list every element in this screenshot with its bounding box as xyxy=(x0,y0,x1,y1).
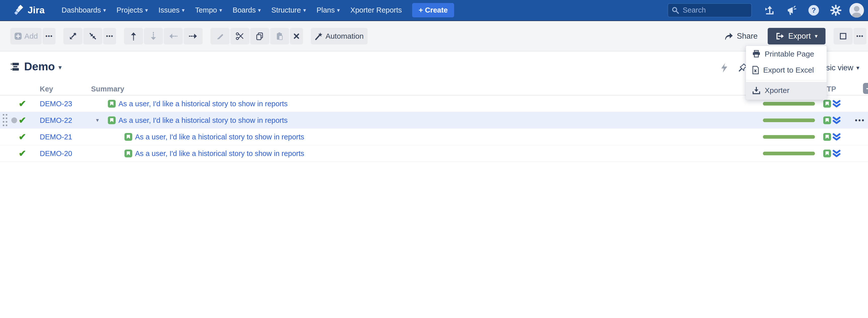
export-icon xyxy=(776,32,784,40)
add-more-button[interactable]: ••• xyxy=(42,28,56,44)
share-label: Share xyxy=(737,32,757,41)
menu-item-export-to-excel[interactable]: Export to Excel xyxy=(746,62,827,78)
export-button[interactable]: Export ▾ xyxy=(768,28,826,44)
menu-item-printable-page[interactable]: Printable Page xyxy=(746,46,827,62)
move-down-button[interactable] xyxy=(144,28,163,44)
nav-item-boards[interactable]: Boards ▾ xyxy=(227,0,266,21)
fullscreen-toggle-button[interactable] xyxy=(834,28,852,44)
magic-wand-icon xyxy=(315,32,323,40)
copy-button[interactable] xyxy=(250,28,269,44)
chevron-down-icon: ▾ xyxy=(145,7,148,13)
issue-key-link[interactable]: DEMO-20 xyxy=(40,149,72,157)
menu-item-xporter[interactable]: Xporter xyxy=(746,82,827,100)
ellipsis-icon: ••• xyxy=(106,33,114,39)
issue-summary-link[interactable]: As a user, I'd like a historical story t… xyxy=(135,149,304,157)
edit-pencil-button[interactable] xyxy=(211,28,229,44)
tp-story-icon xyxy=(823,133,831,141)
menu-divider xyxy=(746,80,827,80)
table-row[interactable]: ✔ DEMO-21 As a user, I'd like a historic… xyxy=(0,129,868,145)
nav-item-label: Dashboards xyxy=(62,6,101,14)
chevron-down-icon: ▾ xyxy=(856,64,859,71)
export-dropdown-menu: Printable Page Export to Excel Xp xyxy=(746,46,827,100)
add-column-button[interactable]: + xyxy=(863,83,868,94)
nav-item-xporter-reports[interactable]: Xporter Reports xyxy=(345,0,407,21)
search-input[interactable] xyxy=(682,6,743,14)
issue-summary-link[interactable]: As a user, I'd like a historical story t… xyxy=(118,100,288,108)
chevron-down-icon: ▾ xyxy=(303,7,306,13)
nav-item-issues[interactable]: Issues ▾ xyxy=(153,0,190,21)
share-arrow-icon xyxy=(724,32,733,40)
tp-story-icon xyxy=(823,116,831,124)
toolbar-more-button[interactable]: ••• xyxy=(854,28,867,44)
column-header-key[interactable]: Key xyxy=(40,85,53,93)
jira-logo[interactable]: Jira xyxy=(13,4,45,16)
automation-button[interactable]: Automation xyxy=(311,28,368,44)
download-icon xyxy=(752,86,761,95)
nav-item-plans[interactable]: Plans ▾ xyxy=(311,0,345,21)
collapse-expander-icon[interactable]: ▼ xyxy=(95,117,100,123)
row-status-dot xyxy=(11,117,17,123)
nav-item-dashboards[interactable]: Dashboards ▾ xyxy=(56,0,111,21)
expand-all-button[interactable] xyxy=(63,28,83,44)
table-header: Key Summary TP + xyxy=(0,83,868,96)
drag-handle-icon[interactable] xyxy=(2,113,7,127)
issue-key-link[interactable]: DEMO-23 xyxy=(40,100,72,108)
export-label: Export xyxy=(788,32,811,41)
plus-square-icon xyxy=(14,32,22,40)
settings-gear-icon[interactable] xyxy=(825,5,847,16)
table-row[interactable]: ✔ DEMO-20 As a user, I'd like a historic… xyxy=(0,145,868,162)
issue-key-link[interactable]: DEMO-21 xyxy=(40,133,72,141)
search-icon xyxy=(672,6,679,14)
add-label: Add xyxy=(24,32,38,40)
expand-group: ••• xyxy=(63,28,116,44)
column-header-summary[interactable]: Summary xyxy=(91,85,124,93)
add-button[interactable]: Add xyxy=(10,28,42,44)
structure-title: Demo xyxy=(24,60,55,73)
resolved-check-icon: ✔ xyxy=(19,99,26,109)
structure-toolbar: Add ••• xyxy=(0,21,868,51)
nav-item-projects[interactable]: Projects ▾ xyxy=(111,0,153,21)
cut-scissors-button[interactable] xyxy=(230,28,249,44)
ellipsis-icon: ••• xyxy=(45,33,53,39)
user-avatar[interactable] xyxy=(849,3,864,17)
collapse-all-button[interactable] xyxy=(83,28,102,44)
structure-header-row: Demo ▾ Basic view ▾ xyxy=(0,60,868,78)
issue-key-link[interactable]: DEMO-22 xyxy=(40,116,72,124)
nav-item-tempo[interactable]: Tempo ▾ xyxy=(190,0,227,21)
nav-right-cluster: ? xyxy=(668,3,868,17)
delete-button[interactable] xyxy=(290,28,303,44)
search-box[interactable] xyxy=(668,3,752,17)
help-icon[interactable]: ? xyxy=(803,5,825,15)
share-button[interactable]: Share xyxy=(724,32,757,41)
progress-bar xyxy=(763,102,815,106)
top-nav: Jira Dashboards ▾ Projects ▾ Issues ▾ Te… xyxy=(0,0,868,21)
create-button[interactable]: + Create xyxy=(412,3,454,17)
edit-group xyxy=(211,28,303,44)
announcements-icon[interactable] xyxy=(780,5,803,15)
paste-button[interactable] xyxy=(270,28,289,44)
add-group: Add ••• xyxy=(10,28,56,44)
outdent-button[interactable] xyxy=(164,28,183,44)
priority-lowest-icon xyxy=(832,99,841,108)
quick-action-lightning-icon[interactable] xyxy=(720,63,729,73)
plus-glyph: + xyxy=(866,84,868,94)
priority-lowest-icon xyxy=(832,149,841,158)
chevron-down-icon: ▾ xyxy=(815,33,817,39)
indent-button[interactable] xyxy=(184,28,203,44)
issue-summary-link[interactable]: As a user, I'd like a historical story t… xyxy=(118,116,288,124)
table-row[interactable]: ✔ DEMO-23 As a user, I'd like a historic… xyxy=(0,96,868,112)
table-row-selected[interactable]: ✔ DEMO-22 ▼ As a user, I'd like a histor… xyxy=(0,112,868,129)
row-actions-button[interactable]: ••• xyxy=(855,116,865,124)
move-up-button[interactable] xyxy=(124,28,143,44)
issue-summary-link[interactable]: As a user, I'd like a historical story t… xyxy=(135,133,304,141)
nav-item-label: Structure xyxy=(271,6,301,14)
automation-label: Automation xyxy=(326,32,364,40)
structure-selector[interactable]: Demo ▾ xyxy=(10,60,62,73)
nav-item-structure[interactable]: Structure ▾ xyxy=(266,0,311,21)
priority-lowest-icon xyxy=(832,132,841,142)
nav-item-label: Boards xyxy=(232,6,256,14)
column-header-tp[interactable]: TP xyxy=(827,85,836,93)
switch-app-icon[interactable] xyxy=(758,5,780,15)
expand-more-button[interactable]: ••• xyxy=(103,28,116,44)
move-group xyxy=(124,28,203,44)
